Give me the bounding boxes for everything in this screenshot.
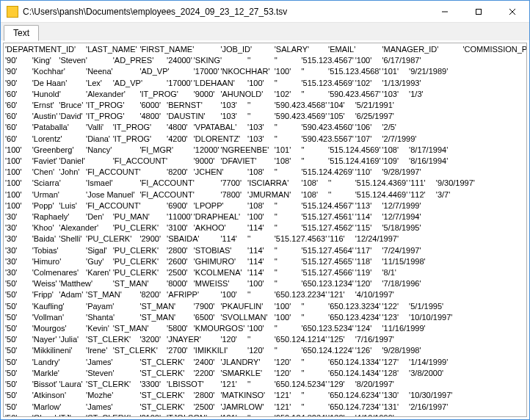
maximize-button[interactable] [462, 1, 495, 22]
minimize-button[interactable] [428, 1, 462, 22]
svg-rect-1 [476, 9, 482, 14]
window-titlebar: C:\Users\pansh\Documents\employees_2024_… [1, 1, 529, 23]
app-icon [7, 6, 18, 18]
close-button[interactable] [495, 1, 529, 22]
text-content[interactable]: 'DEPARTMENT_ID' 'LAST_NAME' 'FIRST_NAME'… [3, 43, 527, 417]
tab-text[interactable]: Text [4, 25, 39, 41]
window-title: C:\Users\pansh\Documents\employees_2024_… [23, 7, 428, 17]
tab-strip: Text [1, 23, 529, 40]
